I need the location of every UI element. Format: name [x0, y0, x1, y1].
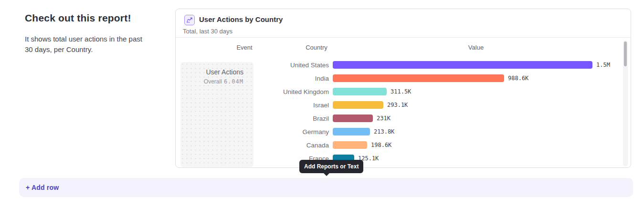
country-label: Brazil — [176, 115, 329, 122]
country-label: Canada — [176, 142, 329, 149]
bar-segment[interactable] — [333, 88, 387, 95]
column-header-value: Value — [468, 44, 484, 51]
value-label: 293.1K — [387, 102, 408, 108]
add-row-button[interactable]: + Add row — [19, 178, 633, 197]
country-label: United Kingdom — [176, 88, 329, 95]
chart-scrollbar-thumb[interactable] — [624, 42, 627, 66]
value-label: 213.8K — [374, 128, 394, 135]
add-reports-tooltip-label: Add Reports or Text — [304, 163, 359, 170]
page-description: It shows total user actions in the past … — [25, 34, 144, 55]
report-card[interactable]: User Actions by Country Total, last 30 d… — [175, 9, 631, 168]
report-card-header: User Actions by Country Total, last 30 d… — [176, 9, 631, 38]
chart-row: Germany213.8K — [176, 125, 631, 138]
add-reports-tooltip: Add Reports or Text — [299, 160, 363, 173]
value-label: 988.6K — [508, 75, 528, 82]
chart-row: Canada198.6K — [176, 138, 631, 152]
value-label: 311.5K — [391, 88, 411, 95]
report-subtitle: Total, last 30 days — [183, 28, 232, 35]
value-label: 231K — [377, 115, 391, 122]
bar-segment[interactable] — [333, 61, 592, 69]
country-label: Germany — [176, 128, 329, 135]
report-chart-area: Event Country Value User Actions Overall… — [176, 38, 631, 167]
add-row-label: + Add row — [26, 184, 59, 191]
chart-row: Israel293.1K — [176, 98, 631, 112]
chart-row: United Kingdom311.5K — [176, 85, 631, 98]
chart-row: Brazil231K — [176, 112, 631, 125]
value-label: 1.5M — [596, 62, 610, 68]
column-header-event: Event — [236, 44, 252, 51]
chart-row: United States1.5M — [176, 58, 631, 72]
country-label: Israel — [176, 102, 329, 109]
report-title: User Actions by Country — [199, 15, 283, 23]
line-chart-icon — [184, 15, 195, 25]
chart-row: France125.1K — [176, 152, 631, 165]
bar-segment[interactable] — [333, 101, 383, 109]
chart-row: India988.6K — [176, 72, 631, 85]
page-title: Check out this report! — [25, 12, 144, 24]
country-label: United States — [176, 62, 329, 69]
bar-segment[interactable] — [333, 128, 370, 135]
column-header-country: Country — [306, 44, 327, 51]
chart-scrollbar-track[interactable] — [623, 41, 628, 166]
value-label: 198.6K — [371, 142, 391, 148]
country-label: India — [176, 75, 329, 82]
intro-block: Check out this report! It shows total us… — [25, 12, 144, 55]
bar-segment[interactable] — [333, 114, 373, 122]
bar-segment[interactable] — [333, 74, 504, 82]
bar-segment[interactable] — [333, 141, 367, 149]
